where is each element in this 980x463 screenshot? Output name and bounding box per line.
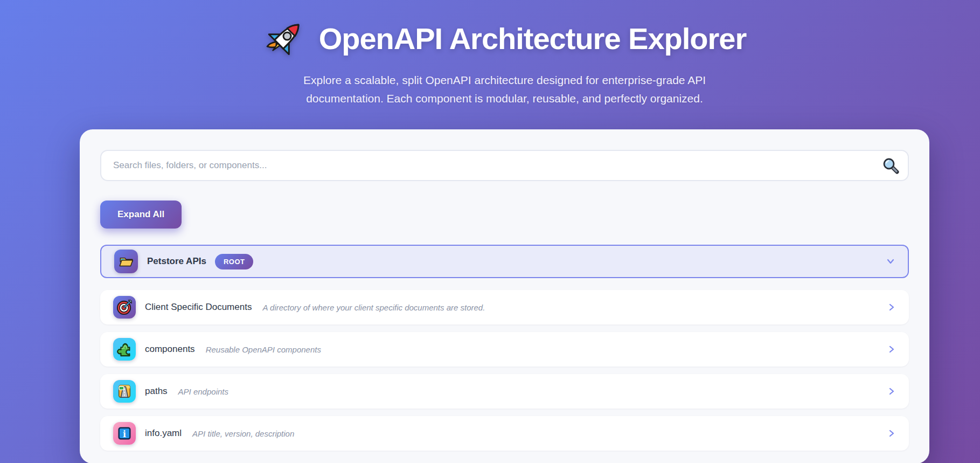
target-icon [116, 299, 133, 315]
folder-tile [114, 250, 138, 273]
chevron-right-icon[interactable] [887, 429, 896, 438]
tree-row-description: API title, version, description [192, 429, 294, 438]
svg-text:i: i [123, 429, 126, 439]
page-title: OpenAPI Architecture Explorer [319, 21, 747, 56]
tree-row-description: API endpoints [178, 387, 228, 396]
chevron-right-icon[interactable] [887, 303, 896, 312]
info-icon: i [116, 425, 133, 441]
root-badge: ROOT [215, 254, 254, 269]
tree-row-paths[interactable]: paths API endpoints [100, 374, 909, 409]
expand-all-button[interactable]: Expand All [100, 201, 182, 229]
tree-row-label: paths [145, 386, 168, 397]
motorway-tile [113, 380, 136, 403]
search-bar [100, 150, 909, 181]
tree-row-label: Petstore APIs [147, 256, 206, 267]
info-tile: i [113, 422, 136, 445]
tree-row-label: components [145, 344, 195, 355]
page-content: OpenAPI Architecture Explorer Explore a … [80, 0, 929, 463]
tree-row-description: Reusable OpenAPI components [206, 345, 321, 354]
tree-row-client-specific-documents[interactable]: Client Specific Documents A directory of… [100, 290, 909, 324]
puzzle-tile [113, 338, 136, 361]
tree-row-label: Client Specific Documents [145, 302, 252, 313]
tree-row-label: info.yaml [145, 428, 182, 439]
search-input[interactable] [100, 150, 909, 181]
target-tile [113, 296, 136, 319]
page-header: OpenAPI Architecture Explorer Explore a … [80, 0, 929, 108]
puzzle-icon [116, 341, 133, 357]
open-folder-icon [118, 253, 134, 269]
tree-row-components[interactable]: components Reusable OpenAPI components [100, 332, 909, 367]
magnifying-glass-icon [882, 157, 899, 174]
motorway-icon [116, 383, 133, 399]
chevron-right-icon[interactable] [887, 387, 896, 396]
tree-row-description: A directory of where your client specifi… [262, 303, 485, 312]
file-tree: Petstore APIs ROOT [100, 245, 909, 451]
chevron-right-icon[interactable] [887, 345, 896, 354]
tree-row-info-yaml[interactable]: i info.yaml API title, version, descript… [100, 416, 909, 451]
tree-row-petstore-apis[interactable]: Petstore APIs ROOT [100, 245, 909, 278]
chevron-down-icon[interactable] [886, 257, 895, 266]
rocket-icon [263, 16, 307, 60]
explorer-card: Expand All Petstore APIs ROOT [80, 129, 929, 463]
page-subtitle: Explore a scalable, split OpenAPI archit… [287, 71, 723, 108]
